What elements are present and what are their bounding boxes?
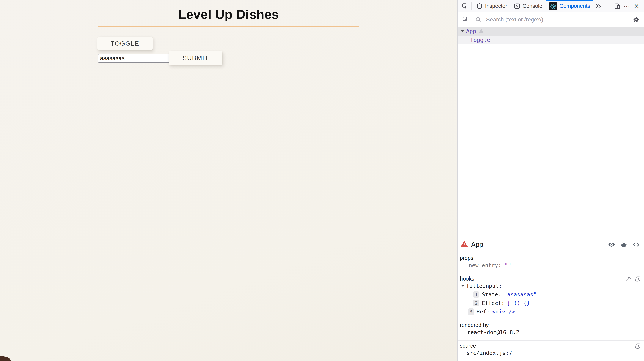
bottom-left-corner-shape	[0, 356, 11, 361]
page-title: Level Up Dishes	[0, 7, 457, 21]
section-label: props	[460, 255, 641, 261]
warning-triangle-icon	[479, 28, 484, 34]
chevron-down-icon[interactable]	[460, 30, 464, 32]
inspector-header: App	[458, 236, 644, 253]
inspector-icon	[476, 3, 483, 9]
submit-button[interactable]: SUBMIT	[169, 51, 222, 65]
pick-element-icon[interactable]	[460, 15, 470, 24]
toolbar-divider	[472, 16, 472, 23]
hook-name: Effect:	[482, 300, 504, 306]
tree-row-app[interactable]: App	[458, 27, 644, 35]
hook-value: <div />	[492, 309, 515, 315]
toggle-button[interactable]: TOGGLE	[97, 36, 152, 50]
app-page: Level Up Dishes TOGGLE SUBMIT	[0, 0, 457, 361]
hook-row-ref[interactable]: 3 Ref: <div />	[460, 307, 641, 316]
pick-element-icon[interactable]	[460, 1, 470, 11]
hook-value: "asasasas"	[504, 291, 536, 298]
hooks-section: hooks	[458, 274, 644, 320]
gear-icon[interactable]	[631, 15, 641, 24]
hook-index-badge: 3	[468, 309, 474, 315]
devtools-panel: Inspector Console	[457, 0, 644, 361]
react-icon	[549, 2, 557, 10]
active-tab-indicator	[546, 0, 594, 1]
hook-row-effect[interactable]: 2 Effect: ƒ () {}	[460, 299, 641, 307]
meatball-menu-icon[interactable]: ⋯	[622, 1, 632, 11]
screen: Level Up Dishes TOGGLE SUBMIT	[0, 0, 644, 361]
eye-icon[interactable]	[607, 240, 616, 249]
code-brackets-icon[interactable]	[631, 240, 641, 249]
tab-console[interactable]: Console	[510, 0, 546, 12]
tree-row-toggle[interactable]: Toggle	[458, 35, 644, 44]
title-input[interactable]	[98, 54, 170, 63]
responsive-design-icon[interactable]	[612, 1, 622, 11]
console-icon	[514, 3, 520, 9]
bug-icon[interactable]	[619, 240, 629, 249]
copy-icon[interactable]	[635, 276, 641, 283]
hook-name: State:	[482, 291, 501, 298]
toolbar-divider	[471, 2, 472, 10]
hook-titleinput-row[interactable]: TitleInput:	[460, 282, 641, 290]
hook-index-badge: 1	[473, 291, 479, 298]
devtools-tabbar: Inspector Console	[458, 0, 644, 12]
tab-label: Inspector	[485, 3, 507, 9]
props-section: props new entry: ""	[458, 253, 644, 274]
section-label: source	[460, 343, 641, 349]
tab-components[interactable]: Components	[546, 0, 594, 12]
copy-icon[interactable]	[635, 343, 641, 350]
tab-label: Components	[560, 3, 590, 9]
hook-index-badge: 2	[473, 300, 479, 306]
close-icon[interactable]: ✕	[632, 1, 642, 11]
component-tree: App Toggle	[458, 27, 644, 236]
rendered-by-value[interactable]: react-dom@16.8.2	[467, 329, 519, 336]
component-name: Toggle	[470, 37, 490, 43]
source-value[interactable]: src/index.js:7	[466, 350, 512, 356]
search-icon	[474, 15, 483, 24]
section-label: hooks	[460, 276, 641, 282]
hook-value: ƒ () {}	[507, 300, 530, 306]
more-tabs-chevron-icon[interactable]	[594, 1, 603, 11]
components-search-input[interactable]	[486, 16, 631, 23]
component-name: App	[466, 28, 476, 34]
title-underline	[98, 26, 359, 27]
inspected-component-name: App	[471, 241, 483, 249]
error-triangle-icon	[460, 241, 468, 248]
hook-row-state[interactable]: 1 State: "asasasas"	[460, 290, 641, 299]
component-inspector: App	[458, 236, 644, 361]
magic-wand-icon[interactable]	[625, 276, 631, 283]
rendered-by-section: rendered by react-dom@16.8.2	[458, 320, 644, 341]
prop-key: new entry:	[469, 262, 501, 268]
chevron-down-icon[interactable]	[461, 285, 464, 287]
tab-label: Console	[522, 3, 542, 9]
components-search-row	[458, 12, 644, 27]
hook-name: Ref:	[476, 309, 490, 315]
source-section: source src/index.js:7	[458, 341, 644, 361]
section-label: rendered by	[460, 322, 641, 328]
custom-hook-name: TitleInput:	[466, 283, 502, 289]
tab-inspector[interactable]: Inspector	[473, 0, 510, 12]
prop-row[interactable]: new entry: ""	[460, 261, 641, 270]
prop-value: ""	[505, 262, 511, 268]
